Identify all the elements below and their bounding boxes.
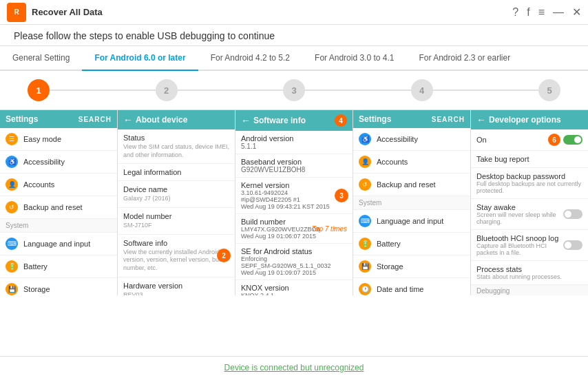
menu-icon[interactable]: ≡ xyxy=(538,6,545,19)
software-row-se[interactable]: SE for Android status Enforcing SEPF_SM-… xyxy=(235,244,353,280)
dev-row-backup-pwd[interactable]: Desktop backup password Full desktop bac… xyxy=(471,168,588,199)
settings2-search-label[interactable]: SEARCH xyxy=(432,116,465,123)
settings2-row-battery[interactable]: 🔋 Battery xyxy=(353,233,470,255)
software-row-baseband[interactable]: Baseband version G920WVEU1ZBOH8 xyxy=(235,154,353,178)
software-row-build[interactable]: Build number LMY47X.G920WVEU2ZBO8 Wed Au… xyxy=(235,214,353,244)
bottom-bar: Device is connected but unrecognized xyxy=(0,356,588,378)
settings2-row-accounts[interactable]: 👤 Accounts xyxy=(353,151,470,174)
software-row-android[interactable]: Android version 5.1.1 xyxy=(235,131,353,154)
about-software-title: Software info xyxy=(123,239,229,247)
device-status-text[interactable]: Device is connected but unrecognized xyxy=(224,363,364,372)
about-row-legal[interactable]: Legal information xyxy=(118,164,235,181)
settings2-row-storage[interactable]: 💾 Storage xyxy=(353,255,470,278)
software-header-badge: 4 xyxy=(335,114,347,127)
software-back-icon[interactable]: ← xyxy=(241,115,251,126)
settings2-row-accessibility[interactable]: ♿ Accessibility xyxy=(353,128,470,151)
software-badge: 2 xyxy=(217,249,231,262)
dev-row-stayawake[interactable]: Stay awake Screen will never sleep while… xyxy=(471,199,588,230)
steps-bar: 1 2 3 4 5 xyxy=(0,71,588,109)
back-arrow-icon[interactable]: ← xyxy=(123,114,133,125)
settings-row-accessibility[interactable]: ♿ Accessibility xyxy=(0,151,117,174)
step-2: 2 xyxy=(156,79,178,101)
settings-row-accounts[interactable]: 👤 Accounts xyxy=(0,174,117,196)
tab-android6[interactable]: For Android 6.0 or later xyxy=(82,46,198,71)
about-devicename-title: Device name xyxy=(123,185,229,193)
settings2-datetime-icon: 🕐 xyxy=(359,283,371,295)
se-value: Enforcing SEPF_SM-G920W8_5.1.1_0032 Wed … xyxy=(241,255,347,276)
about-row-status[interactable]: Status View the SIM card status, device … xyxy=(118,129,235,164)
tab-android42[interactable]: For Android 4.2 to 5.2 xyxy=(198,46,302,71)
accessibility-label: Accessibility xyxy=(23,158,65,166)
system-section-header: System xyxy=(0,219,117,233)
about-header-left: ← About device xyxy=(123,114,187,125)
baseband-value: G920WVEU1ZBOH8 xyxy=(241,166,347,174)
kernel-value: 3.10.61-9492024 #ip@SWD4E2205 #1 Wed Aug… xyxy=(241,189,347,210)
settings-row-backup[interactable]: ↺ Backup and reset xyxy=(0,196,117,219)
about-row-devicename[interactable]: Device name Galaxy J7 (2016) xyxy=(118,181,235,208)
kernel-badge: 3 xyxy=(335,189,348,202)
software-header-title: Software info xyxy=(253,116,306,125)
main-header: Please follow the steps to enable USB de… xyxy=(0,25,588,46)
about-hardware-value: REV03 xyxy=(123,291,229,295)
software-row-knox[interactable]: KNOX version KNOX 2.4.1 Standard SDK 3.4… xyxy=(235,280,353,295)
software-row-kernel[interactable]: Kernel version 3.10.61-9492024 #ip@SWD4E… xyxy=(235,178,353,214)
dev-row-on[interactable]: On 6 xyxy=(471,129,588,151)
settings2-panel-body: ♿ Accessibility 👤 Accounts ↺ Backup and … xyxy=(353,128,470,295)
app-logo: R xyxy=(7,3,26,22)
settings-search-label[interactable]: SEARCH xyxy=(78,116,112,123)
tab-android30[interactable]: For Android 3.0 to 4.1 xyxy=(302,46,406,71)
step-line-1 xyxy=(50,90,156,91)
step-5: 5 xyxy=(538,79,560,101)
dev-row-bluetooth[interactable]: Bluetooth HCI snoop log Capture all Blue… xyxy=(471,230,588,261)
dev-bluetooth-toggle[interactable] xyxy=(563,240,582,250)
step-4: 4 xyxy=(411,79,433,101)
dev-on-toggle[interactable] xyxy=(563,135,582,145)
settings2-title-text: Settings xyxy=(359,114,391,124)
backup-label: Backup and reset xyxy=(23,203,83,211)
about-row-software[interactable]: Software info View the currently install… xyxy=(118,235,235,277)
title-bar: R Recover All Data ? f ≡ — ✕ xyxy=(0,0,588,25)
dev-backuppwd-desc: Full desktop backups are not currently p… xyxy=(476,180,582,194)
close-icon[interactable]: ✕ xyxy=(572,6,581,19)
dev-debugging-section: Debugging xyxy=(471,285,588,295)
dev-on-badge: 6 xyxy=(548,134,560,146)
about-hardware-title: Hardware version xyxy=(123,282,229,290)
settings2-row-language[interactable]: ⌨ Language and input xyxy=(353,210,470,233)
facebook-icon[interactable]: f xyxy=(527,6,529,19)
dev-processstats-desc: Stats about running processes. xyxy=(476,273,562,280)
knox-value: KNOX 2.4.1 Standard SDK 3.4.1 Premium SD… xyxy=(241,292,347,295)
dev-row-bugreport[interactable]: Take bug report xyxy=(471,151,588,168)
kernel-title: Kernel version xyxy=(241,181,347,189)
settings-row-battery[interactable]: 🔋 Battery xyxy=(0,255,117,278)
title-bar-controls: ? f ≡ — ✕ xyxy=(512,6,581,19)
app-title: Recover All Data xyxy=(32,7,103,17)
settings2-row-datetime[interactable]: 🕐 Date and time xyxy=(353,278,470,295)
about-row-hardware[interactable]: Hardware version REV03 xyxy=(118,277,235,295)
step-3: 3 xyxy=(283,79,305,101)
settings-panel-body: ☰ Easy mode ♿ Accessibility 👤 Accounts ↺… xyxy=(0,128,117,295)
settings2-backup-label: Backup and reset xyxy=(377,180,436,189)
tab-android23[interactable]: For Android 2.3 or earlier xyxy=(406,46,523,71)
step-line-4 xyxy=(433,90,539,91)
settings-row-storage[interactable]: 💾 Storage xyxy=(0,278,117,295)
tab-general[interactable]: General Setting xyxy=(0,46,82,71)
dev-row-processstats[interactable]: Process stats Stats about running proces… xyxy=(471,261,588,285)
settings-row-easymode[interactable]: ☰ Easy mode xyxy=(0,128,117,151)
panel-developer: ← Developer options On 6 Take bug report xyxy=(471,110,588,295)
about-row-model[interactable]: Model number SM-J710F xyxy=(118,208,235,235)
accessibility-icon: ♿ xyxy=(6,156,18,168)
developer-back-icon[interactable]: ← xyxy=(476,114,486,125)
panel-settings-header: Settings SEARCH xyxy=(0,110,117,128)
minimize-icon[interactable]: — xyxy=(553,6,564,19)
dev-bugreport-label: Take bug report xyxy=(476,155,529,163)
help-icon[interactable]: ? xyxy=(512,6,518,19)
settings-header-title: Settings xyxy=(6,114,38,124)
battery-label: Battery xyxy=(23,262,48,271)
settings2-row-backup[interactable]: ↺ Backup and reset xyxy=(353,174,470,196)
settings2-system-section: System xyxy=(353,196,470,210)
dev-stayawake-toggle[interactable] xyxy=(563,209,582,219)
step-line-3 xyxy=(305,90,411,91)
about-status-desc: View the SIM card status, device IMEI, a… xyxy=(123,143,229,159)
settings-row-language[interactable]: ⌨ Language and input xyxy=(0,233,117,255)
storage-label: Storage xyxy=(23,285,50,293)
